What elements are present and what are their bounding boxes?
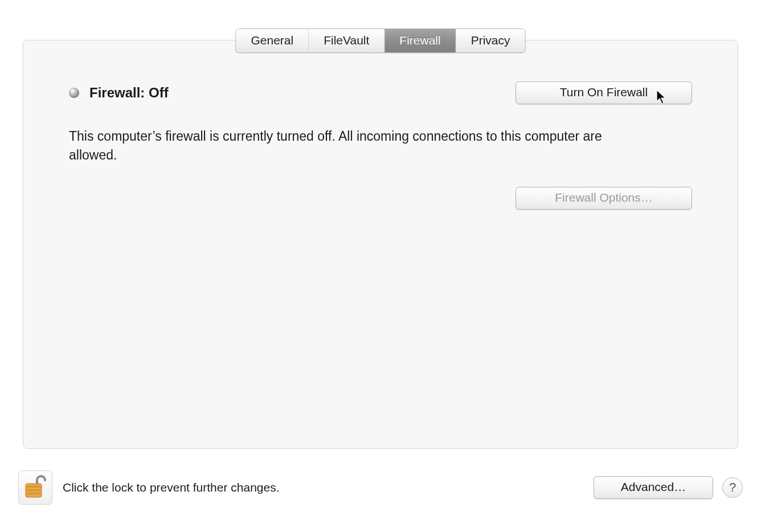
firewall-status-label: Firewall: Off xyxy=(89,85,169,101)
advanced-button[interactable]: Advanced… xyxy=(594,476,713,499)
lock-area: Click the lock to prevent further change… xyxy=(18,470,280,505)
help-button[interactable]: ? xyxy=(722,477,743,498)
tab-general[interactable]: General xyxy=(236,29,309,52)
firewall-options-row: Firewall Options… xyxy=(69,187,692,210)
firewall-panel: Firewall: Off Turn On Firewall This comp… xyxy=(23,40,738,449)
firewall-options-button[interactable]: Firewall Options… xyxy=(515,187,692,210)
status-indicator-icon xyxy=(69,88,79,98)
firewall-status-left: Firewall: Off xyxy=(69,85,169,101)
tab-bar: General FileVault Firewall Privacy xyxy=(235,28,525,53)
bottom-bar: Click the lock to prevent further change… xyxy=(18,470,743,505)
svg-rect-1 xyxy=(26,486,42,488)
tab-privacy[interactable]: Privacy xyxy=(456,29,525,52)
firewall-status-description: This computer’s firewall is currently tu… xyxy=(69,127,639,165)
button-label: Advanced… xyxy=(621,480,686,493)
tab-firewall[interactable]: Firewall xyxy=(384,29,456,52)
tab-filevault[interactable]: FileVault xyxy=(309,29,384,52)
svg-rect-3 xyxy=(26,493,42,494)
turn-on-firewall-button[interactable]: Turn On Firewall xyxy=(515,81,692,104)
question-mark-icon: ? xyxy=(729,480,736,495)
tab-label: Firewall xyxy=(399,34,440,47)
svg-rect-2 xyxy=(26,489,42,491)
firewall-status-row: Firewall: Off Turn On Firewall xyxy=(69,81,692,104)
button-label: Firewall Options… xyxy=(555,191,653,204)
unlocked-lock-icon xyxy=(24,474,46,501)
tab-label: Privacy xyxy=(471,34,510,47)
footer-right-controls: Advanced… ? xyxy=(594,476,743,499)
tab-label: FileVault xyxy=(324,34,369,47)
lock-button[interactable] xyxy=(18,470,52,505)
tab-label: General xyxy=(251,34,293,47)
lock-description: Click the lock to prevent further change… xyxy=(63,481,280,494)
button-label: Turn On Firewall xyxy=(560,85,648,99)
